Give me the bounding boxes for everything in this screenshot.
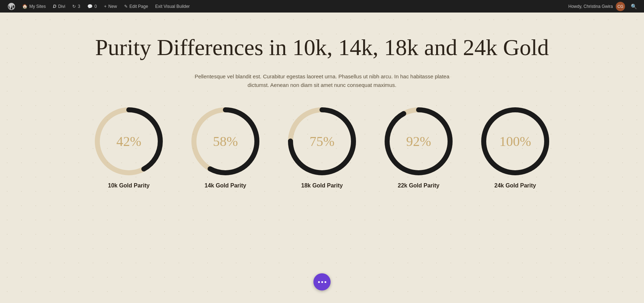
divi-label: Divi — [58, 4, 65, 9]
home-icon: 🏠 — [22, 4, 28, 9]
circle-wrapper-14k: 58% — [191, 107, 259, 175]
admin-bar-right: Howdy, Christina Gwira CG 🔍 — [569, 2, 640, 11]
updates-menu[interactable]: ↻ 3 — [69, 0, 84, 13]
divi-menu[interactable]: D Divi — [49, 0, 69, 13]
circle-text-18k: 75% — [309, 133, 335, 149]
edit-page-label: Edit Page — [130, 4, 148, 9]
page-title: Purity Differences in 10k, 14k, 18k and … — [95, 34, 549, 62]
new-content-menu[interactable]: + New — [101, 0, 121, 13]
fab-dot-2 — [321, 281, 323, 283]
wp-logo[interactable] — [4, 0, 19, 13]
circle-wrapper-18k: 75% — [288, 107, 356, 175]
search-icon[interactable]: 🔍 — [628, 4, 640, 9]
circle-label-24k: 24k Gold Parity — [494, 182, 536, 189]
exit-builder-label: Exit Visual Builder — [155, 4, 190, 9]
new-label: New — [108, 4, 117, 9]
comments-count: 0 — [94, 4, 97, 9]
circle-wrapper-24k: 100% — [481, 107, 549, 175]
divi-icon: D — [53, 4, 56, 9]
exit-builder-button[interactable]: Exit Visual Builder — [152, 0, 194, 13]
page-subtitle: Pellentesque vel blandit est. Curabitur … — [188, 72, 456, 89]
my-sites-label: My Sites — [29, 4, 46, 9]
circle-wrapper-22k: 92% — [385, 107, 453, 175]
user-avatar[interactable]: CG — [616, 2, 625, 11]
comments-icon: 💬 — [87, 4, 93, 9]
floating-action-button[interactable] — [313, 273, 331, 290]
fab-dot-3 — [325, 281, 326, 283]
fab-dot-1 — [318, 281, 320, 283]
circle-wrapper-10k: 42% — [95, 107, 163, 175]
circle-item-10k: 42%10k Gold Parity — [95, 107, 163, 189]
circle-label-10k: 10k Gold Parity — [108, 182, 150, 189]
howdy-text: Howdy, Christina Gwira — [569, 4, 613, 9]
fab-dots — [318, 281, 326, 283]
circle-item-22k: 92%22k Gold Parity — [385, 107, 453, 189]
circle-item-18k: 75%18k Gold Parity — [288, 107, 356, 189]
comments-menu[interactable]: 💬 0 — [84, 0, 101, 13]
circle-label-18k: 18k Gold Parity — [301, 182, 343, 189]
circles-container: 42%10k Gold Parity58%14k Gold Parity75%1… — [95, 107, 549, 189]
circle-label-22k: 22k Gold Parity — [398, 182, 440, 189]
my-sites-menu[interactable]: 🏠 My Sites — [19, 0, 49, 13]
pencil-icon: ✎ — [124, 4, 128, 9]
circle-label-14k: 14k Gold Parity — [205, 182, 247, 189]
main-content: Purity Differences in 10k, 14k, 18k and … — [0, 13, 644, 303]
circle-item-14k: 58%14k Gold Parity — [191, 107, 259, 189]
updates-count: 3 — [78, 4, 80, 9]
circle-item-24k: 100%24k Gold Parity — [481, 107, 549, 189]
circle-text-22k: 92% — [406, 133, 431, 149]
updates-icon: ↻ — [72, 4, 76, 9]
admin-bar: 🏠 My Sites D Divi ↻ 3 💬 0 + New ✎ Edit P… — [0, 0, 644, 13]
circle-text-10k: 42% — [116, 133, 141, 149]
plus-icon: + — [104, 4, 107, 9]
edit-page-button[interactable]: ✎ Edit Page — [121, 0, 152, 13]
circle-text-14k: 58% — [213, 133, 238, 149]
circle-text-24k: 100% — [499, 133, 531, 149]
